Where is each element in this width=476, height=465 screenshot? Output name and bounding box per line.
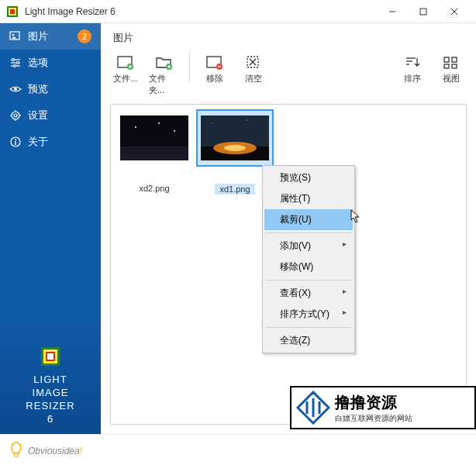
cursor-icon — [350, 209, 361, 223]
menu-separator — [266, 327, 351, 328]
svg-point-53 — [174, 130, 175, 132]
svg-rect-48 — [452, 64, 457, 68]
bulb-icon — [9, 442, 23, 459]
svg-point-52 — [158, 122, 160, 124]
svg-rect-45 — [444, 57, 449, 62]
svg-point-13 — [17, 62, 19, 64]
footer: Obviousidea! — [0, 434, 476, 465]
svg-point-12 — [12, 59, 15, 61]
svg-point-51 — [135, 126, 136, 128]
remove-button[interactable]: 移除 — [198, 51, 232, 88]
menu-item-view[interactable]: 查看(X) — [264, 283, 353, 304]
brand-text: RESIZER — [0, 400, 101, 413]
menu-item-properties[interactable]: 属性(T) — [264, 188, 353, 209]
sidebar-item-label: 预览 — [28, 82, 91, 96]
brand-text: IMAGE — [0, 387, 101, 400]
sidebar-item-label: 选项 — [28, 56, 91, 70]
sidebar-item-options[interactable]: 选项 — [0, 50, 101, 76]
watermark-subtitle: 白嫖互联网资源的网站 — [335, 413, 412, 424]
remove-icon — [205, 54, 225, 71]
menu-item-remove[interactable]: 移除(W) — [264, 257, 353, 277]
sidebar: 图片 2 选项 预览 设置 关于 LIGHT IMAGE RESIZER 6 — [0, 23, 101, 434]
svg-point-14 — [14, 65, 16, 67]
sliders-icon — [9, 57, 22, 69]
svg-point-58 — [212, 122, 212, 123]
close-button[interactable] — [439, 0, 470, 23]
svg-point-59 — [247, 119, 247, 120]
button-label: 清空 — [245, 73, 262, 84]
toolbar: 文件... 文件夹... 移除 清空 排序 视图 — [101, 45, 476, 104]
window-title: Light Image Resizer 6 — [25, 6, 377, 17]
watermark-logo-icon — [296, 391, 330, 425]
menu-item-preview[interactable]: 预览(S) — [264, 167, 353, 188]
minimize-button[interactable] — [377, 0, 408, 23]
svg-rect-4 — [420, 9, 426, 15]
thumbnail-item[interactable]: xd2.png — [117, 111, 191, 193]
titlebar: Light Image Resizer 6 — [0, 0, 476, 23]
sort-icon — [402, 54, 423, 71]
sidebar-item-about[interactable]: 关于 — [0, 129, 101, 155]
svg-rect-46 — [452, 57, 457, 62]
svg-point-16 — [12, 112, 19, 119]
clear-button[interactable]: 清空 — [236, 51, 271, 88]
page-title: 图片 — [101, 23, 476, 45]
footer-brand-text: Obviousidea! — [28, 443, 82, 456]
menu-separator — [266, 232, 351, 233]
svg-point-23 — [15, 139, 16, 140]
eye-icon — [9, 83, 22, 95]
folder-add-icon — [154, 54, 174, 71]
thumbnail-image — [201, 115, 269, 160]
menu-item-select-all[interactable]: 全选(Z) — [264, 330, 353, 351]
svg-point-15 — [14, 88, 17, 91]
thumbnail-image — [120, 115, 188, 160]
sidebar-item-label: 图片 — [28, 29, 71, 43]
brand-text: LIGHT — [0, 374, 101, 387]
sidebar-item-label: 关于 — [28, 135, 91, 149]
menu-item-crop[interactable]: 裁剪(U) — [264, 209, 353, 230]
view-button[interactable]: 视图 — [434, 51, 468, 88]
thumbnail-caption: xd1.png — [215, 184, 254, 195]
maximize-button[interactable] — [408, 0, 439, 23]
info-icon — [9, 136, 22, 148]
button-label: 排序 — [404, 73, 421, 84]
svg-rect-2 — [10, 9, 15, 14]
context-menu: 预览(S) 属性(T) 裁剪(U) 添加(V) 移除(W) 查看(X) 排序方式… — [262, 165, 355, 353]
toolbar-separator — [189, 51, 190, 82]
svg-rect-47 — [444, 64, 449, 68]
brand-logo-block: LIGHT IMAGE RESIZER 6 — [0, 335, 101, 434]
file-add-icon — [116, 54, 136, 71]
view-icon — [441, 54, 461, 71]
svg-rect-50 — [120, 146, 188, 160]
count-badge: 2 — [78, 29, 91, 43]
images-icon — [9, 30, 22, 43]
gear-icon — [9, 109, 22, 122]
add-folder-button[interactable]: 文件夹... — [147, 51, 181, 99]
svg-point-57 — [224, 145, 246, 151]
obviousidea-link[interactable]: Obviousidea! — [0, 442, 91, 459]
sidebar-item-images[interactable]: 图片 2 — [0, 23, 101, 50]
brand-logo-icon — [40, 346, 61, 367]
button-label: 文件夹... — [149, 73, 180, 96]
svg-point-8 — [12, 34, 15, 36]
watermark-title: 撸撸资源 — [335, 392, 412, 413]
app-icon — [6, 5, 19, 18]
thumbnail-item[interactable]: xd1.png — [198, 111, 272, 195]
svg-point-17 — [14, 114, 17, 117]
add-files-button[interactable]: 文件... — [109, 51, 143, 88]
menu-item-sort[interactable]: 排序方式(Y) — [264, 304, 353, 325]
menu-separator — [266, 280, 351, 281]
svg-point-60 — [12, 443, 21, 453]
watermark: 撸撸资源 白嫖互联网资源的网站 — [290, 386, 476, 429]
menu-item-add[interactable]: 添加(V) — [264, 236, 353, 257]
sidebar-item-label: 设置 — [28, 108, 91, 122]
thumbnail-caption: xd2.png — [139, 184, 169, 193]
button-label: 视图 — [443, 73, 460, 84]
sidebar-item-settings[interactable]: 设置 — [0, 102, 101, 129]
sidebar-item-preview[interactable]: 预览 — [0, 76, 101, 102]
brand-text: 6 — [0, 413, 101, 426]
svg-rect-28 — [47, 353, 53, 360]
sort-button[interactable]: 排序 — [395, 51, 429, 88]
button-label: 文件... — [113, 73, 137, 84]
button-label: 移除 — [206, 73, 223, 84]
clear-icon — [243, 54, 264, 71]
